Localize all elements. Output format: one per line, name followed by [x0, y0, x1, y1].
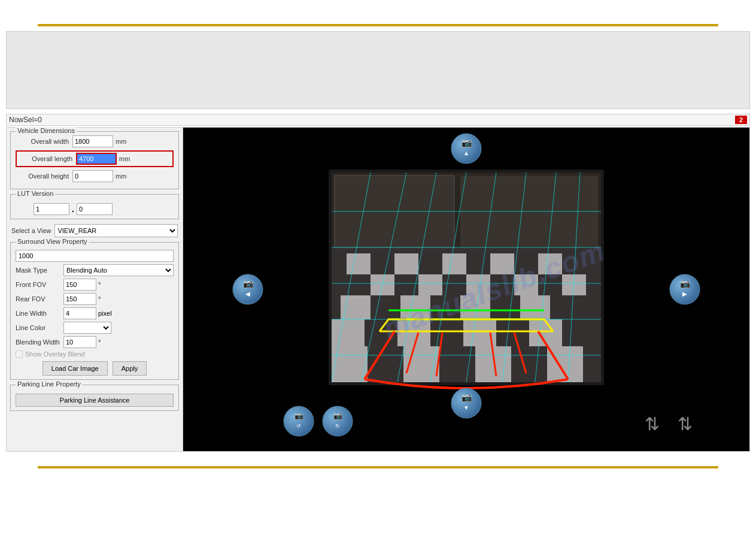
svg-point-66: [323, 406, 353, 436]
rear-fov-input[interactable]: [63, 293, 96, 305]
line-width-input[interactable]: [63, 307, 96, 319]
blending-width-label: Blending Width: [16, 338, 63, 346]
camera-view: 📷 ▲ 📷 ◀ 📷 ▶ 📷 ▼ 📷: [183, 128, 749, 451]
overall-width-unit: mm: [116, 138, 126, 145]
front-fov-row: Front FOV °: [16, 279, 174, 291]
parking-line-title: Parking Line Property: [16, 380, 83, 388]
vehicle-dimensions-title: Vehicle Dimensions: [16, 127, 77, 134]
svg-text:⇅: ⇅: [645, 414, 660, 434]
svg-text:▼: ▼: [463, 404, 469, 411]
front-fov-label: Front FOV: [16, 281, 63, 288]
blending-width-row: Blending Width °: [16, 336, 174, 348]
overall-width-label: Overall width: [16, 138, 72, 145]
blending-width-unit: °: [98, 338, 101, 346]
surround-view-title: Surround View Property: [16, 238, 89, 245]
right-panel: 📷 ▲ 📷 ◀ 📷 ▶ 📷 ▼ 📷: [183, 128, 749, 451]
select-view-label: Select a View: [11, 227, 51, 234]
svg-point-63: [284, 406, 314, 436]
svg-rect-6: [442, 253, 466, 274]
svg-rect-17: [520, 295, 550, 319]
svg-text:▲: ▲: [463, 150, 469, 156]
lut-version-group: LUT Version .: [10, 194, 179, 219]
status-badge: 2: [735, 116, 747, 124]
mask-type-label: Mask Type: [16, 267, 63, 274]
svg-text:📷: 📷: [680, 279, 691, 289]
lut-dot: .: [72, 204, 74, 214]
line-color-select[interactable]: [63, 322, 111, 334]
apply-button[interactable]: Apply: [113, 361, 147, 376]
overall-height-input[interactable]: [72, 170, 113, 182]
bottom-decorative-line: [0, 466, 756, 468]
lut-version-row: .: [16, 198, 174, 215]
svg-rect-16: [460, 295, 490, 319]
overlay-blend-row: Show Overlay Blend: [16, 350, 174, 358]
svg-rect-11: [466, 274, 490, 295]
surround-value-input[interactable]: [16, 250, 174, 262]
front-fov-unit: °: [98, 281, 101, 288]
svg-rect-19: [397, 319, 430, 346]
parking-line-group: Parking Line Property Parking Line Assis…: [10, 385, 179, 411]
svg-text:📷: 📷: [333, 411, 342, 420]
svg-rect-10: [418, 274, 442, 295]
svg-rect-5: [394, 253, 418, 274]
svg-text:📷: 📷: [462, 392, 472, 403]
lut-minor-input[interactable]: [77, 203, 113, 215]
overall-width-input[interactable]: [72, 135, 113, 147]
svg-rect-18: [332, 319, 365, 346]
svg-rect-14: [341, 295, 371, 319]
svg-text:↺: ↺: [296, 423, 301, 429]
status-bar: NowSel=0 2: [6, 114, 750, 126]
status-text: NowSel=0: [9, 116, 42, 124]
parking-line-assistance-button[interactable]: Parking Line Assistance: [16, 394, 174, 407]
line-width-unit: pixel: [98, 310, 112, 317]
lower-panel: Vehicle Dimensions Overall width mm Over…: [6, 127, 750, 452]
rear-fov-label: Rear FOV: [16, 295, 63, 303]
vehicle-dimensions-group: Vehicle Dimensions Overall width mm Over…: [10, 131, 179, 189]
surround-view-canvas: 📷 ▲ 📷 ◀ 📷 ▶ 📷 ▼ 📷: [183, 128, 749, 451]
overall-height-unit: mm: [116, 173, 126, 180]
svg-text:📷: 📷: [294, 411, 303, 420]
rear-fov-row: Rear FOV °: [16, 293, 174, 305]
svg-rect-8: [538, 253, 562, 274]
left-panel: Vehicle Dimensions Overall width mm Over…: [7, 128, 183, 451]
line-width-label: Line Width: [16, 310, 63, 317]
overall-length-label: Overall length: [19, 155, 76, 162]
line-width-row: Line Width pixel: [16, 307, 174, 319]
lut-major-input[interactable]: [34, 203, 69, 215]
svg-text:↻: ↻: [335, 423, 340, 429]
select-view-row: Select a View VIEW_REAR VIEW_FRONT VIEW_…: [10, 224, 179, 237]
action-buttons-row: Load Car Image Apply: [16, 361, 174, 376]
overall-length-input[interactable]: [76, 153, 117, 165]
svg-text:📷: 📷: [243, 279, 254, 289]
lut-version-title: LUT Version: [16, 190, 55, 197]
overall-height-row: Overall height mm: [16, 170, 174, 182]
load-car-image-button[interactable]: Load Car Image: [42, 361, 108, 376]
front-fov-input[interactable]: [63, 279, 96, 291]
svg-text:⇅: ⇅: [678, 414, 693, 434]
main-container: NowSel=0 2 Vehicle Dimensions Overall wi…: [0, 26, 756, 457]
select-view-dropdown[interactable]: VIEW_REAR VIEW_FRONT VIEW_LEFT VIEW_RIGH…: [54, 224, 178, 237]
overall-length-unit: mm: [119, 155, 130, 162]
svg-rect-25: [547, 346, 583, 382]
overall-width-row: Overall width mm: [16, 135, 174, 147]
overlay-blend-checkbox[interactable]: [16, 350, 23, 358]
svg-text:📷: 📷: [462, 138, 472, 148]
header-banner: [6, 31, 750, 109]
svg-text:◀: ◀: [245, 291, 250, 297]
svg-rect-7: [490, 253, 514, 274]
line-color-label: Line Color: [16, 324, 63, 331]
surround-view-group: Surround View Property Mask Type Blendin…: [10, 242, 179, 380]
svg-rect-4: [347, 253, 371, 274]
svg-rect-15: [400, 295, 430, 319]
blending-width-input[interactable]: [63, 336, 96, 348]
overall-height-label: Overall height: [16, 173, 72, 180]
line-color-row: Line Color: [16, 322, 174, 334]
overall-length-row-outlined: Overall length mm: [16, 150, 174, 167]
mask-type-row: Mask Type Blending Auto Manual None: [16, 264, 174, 276]
overlay-blend-label: Show Overlay Blend: [25, 350, 85, 358]
mask-type-select[interactable]: Blending Auto Manual None: [63, 264, 174, 276]
svg-rect-12: [514, 274, 538, 295]
rear-fov-unit: °: [98, 295, 101, 303]
svg-text:▶: ▶: [682, 291, 687, 297]
